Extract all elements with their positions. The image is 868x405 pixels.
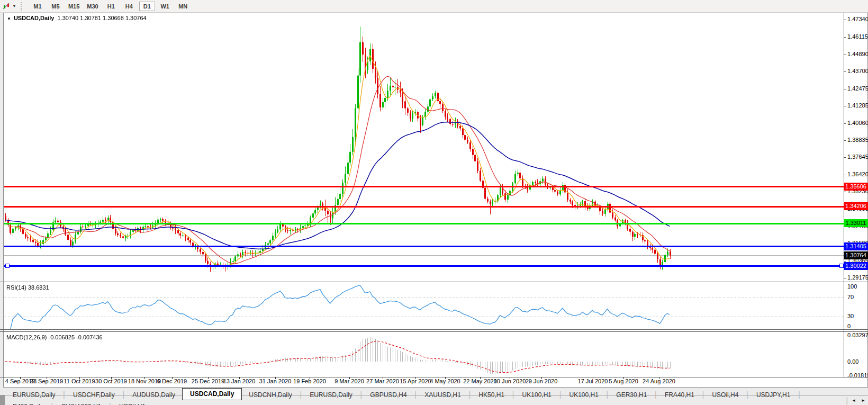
tab-separator: │ (299, 391, 303, 399)
rsi-indicator-label: RSI(14) 38.6831 (6, 284, 49, 291)
chart-tab-eurusd-daily[interactable]: EURUSD,Daily (303, 390, 359, 400)
chart-cursor-icon[interactable] (2, 2, 12, 11)
timeframe-button-m1[interactable]: M1 (30, 2, 46, 11)
date-axis-tick (445, 377, 446, 379)
date-axis-tick (20, 377, 21, 379)
rsi-panel-canvas[interactable] (0, 282, 844, 329)
price-axis-tick (844, 140, 846, 141)
chart-tab-usdcad-daily[interactable]: USDCAD,Daily (182, 388, 242, 400)
price-axis-label: 1.38835 (847, 137, 868, 143)
main-rsi-divider[interactable] (0, 282, 868, 282)
price-axis-label: 1.44890 (847, 51, 868, 57)
date-axis-tick (349, 377, 350, 379)
main-chart-canvas[interactable] (0, 13, 844, 282)
date-axis-tick (208, 377, 209, 379)
rsi-macd-divider[interactable] (0, 329, 868, 330)
macd-panel-canvas[interactable] (0, 332, 844, 377)
tab-separator: │ (797, 391, 801, 399)
macd-bottom-divider[interactable] (0, 377, 868, 377)
chart-symbol-label: USDCAD,Daily (14, 15, 54, 21)
timeframe-button-h4[interactable]: H4 (121, 2, 137, 11)
price-axis-line (844, 13, 844, 377)
price-axis-tick (844, 278, 846, 278)
price-axis-tick (844, 192, 846, 192)
line-drag-handle[interactable] (839, 264, 844, 268)
date-axis-tick (623, 377, 624, 379)
timeframe-button-m30[interactable]: M30 (84, 2, 101, 11)
chart-tab-uk100-h1[interactable]: UK100,H1 (562, 390, 605, 400)
date-axis-tick (239, 377, 240, 379)
level-price-tag: 1.30022 (844, 262, 868, 270)
toolbar-grip[interactable] (21, 2, 24, 11)
price-axis-label: 1.40060 (847, 120, 868, 126)
tab-scroll-right-icon[interactable]: ► (858, 398, 868, 403)
tab-separator: │ (50, 403, 55, 405)
tab-separator: │ (414, 391, 418, 399)
macd-scale-label: -0.018154 (847, 372, 868, 379)
chart-tab-fra40-h1[interactable]: FRA40,H1 (658, 390, 701, 400)
symbol-expand-icon[interactable]: ▼ (7, 16, 11, 21)
current-price-tag: 1.30764 (844, 251, 868, 259)
tab-separator: │ (468, 391, 472, 399)
macd-scale-label: 0.032972 (847, 332, 868, 338)
macd-indicator-label: MACD(12,26,9) -0.006825 -0.007436 (6, 334, 103, 340)
timeframe-toolbar: ▼ M1M5M15M30H1H4D1W1MN (0, 0, 868, 13)
level-price-tag: 1.34206 (844, 202, 868, 210)
rsi-macd-divider-line2 (0, 331, 868, 332)
price-axis-tick (844, 89, 846, 89)
date-axis-tick (659, 377, 659, 379)
date-axis-tick (480, 377, 481, 379)
chart-tab-usdjpy-h1[interactable]: USDJPY,H1 (749, 390, 797, 400)
tabbar-grip (0, 395, 5, 405)
rsi-scale-label: 0 (847, 323, 851, 329)
tab-separator: │ (511, 391, 516, 399)
chart-tab-usdcnh-daily[interactable]: USDCNH,Daily (242, 390, 299, 400)
price-axis-label: 1.42475 (847, 85, 868, 92)
tab-separator: │ (558, 391, 563, 399)
chart-tab-audusd-daily[interactable]: AUDUSD,Daily (125, 390, 182, 400)
chart-tab-eurusd-daily[interactable]: EURUSD,Daily (6, 390, 62, 400)
price-axis-tick (844, 71, 846, 72)
chart-title: ▼USDCAD,Daily 1.30740 1.30781 1.30668 1.… (7, 15, 147, 21)
chart-tab-gbpusd-h4[interactable]: GBPUSD,H4 (363, 390, 413, 400)
chart-tabs: EURUSD,Daily│USDCHF,Daily│AUDUSD,DailyUS… (6, 389, 845, 405)
chart-tab-hk50-h1[interactable]: HK50,H1 (472, 390, 511, 400)
timeframe-button-mn[interactable]: MN (175, 2, 191, 11)
timeframe-button-m5[interactable]: M5 (48, 2, 64, 11)
line-drag-handle[interactable] (5, 264, 10, 268)
tab-separator: │ (745, 391, 749, 399)
chart-tab-dj30-daily[interactable]: DJ30,Daily (6, 402, 50, 405)
price-axis-tick (844, 20, 846, 20)
timeframe-buttons: M1M5M15M30H1H4D1W1MN (29, 1, 192, 11)
tab-scroll-left-icon[interactable]: ◄ (849, 398, 858, 403)
toolbar-dropdown-icon[interactable]: ▼ (12, 4, 16, 8)
timeframe-button-w1[interactable]: W1 (157, 2, 173, 11)
tab-separator: │ (359, 391, 364, 399)
price-axis-label: 1.29175 (847, 274, 868, 281)
date-axis-tick (275, 377, 276, 379)
date-axis-tick (593, 377, 593, 379)
timeframe-button-d1[interactable]: D1 (139, 2, 155, 11)
tab-separator: │ (62, 391, 67, 399)
chart-tab-uk100-h1[interactable]: UK100,H1 (516, 390, 558, 400)
window-frame-bottom (3, 387, 868, 388)
timeframe-button-h1[interactable]: H1 (103, 2, 119, 11)
timeframe-button-m15[interactable]: M15 (66, 2, 82, 11)
chart-tab-usoil-h4[interactable]: USOil,H4 (705, 390, 745, 400)
price-axis-tick (844, 55, 846, 55)
chart-tab-ger30-h1[interactable]: GER30,H1 (609, 390, 654, 400)
level-price-tag: 1.35606 (844, 183, 868, 191)
date-axis-tick (310, 377, 310, 379)
price-axis-label: 1.43700 (847, 68, 868, 74)
chart-tab-china300-h1[interactable]: CHINA300,H1 (54, 402, 108, 405)
price-axis-tick (844, 157, 846, 158)
price-axis-label: 1.36420 (847, 171, 868, 177)
chart-ohlc-text: 1.30740 1.30781 1.30668 1.30764 (57, 15, 146, 21)
chart-tab-usoil-h1[interactable]: USOil,H1 (112, 402, 152, 405)
chart-tab-usdchf-daily[interactable]: USDCHF,Daily (66, 390, 122, 400)
date-axis-tick (415, 377, 416, 379)
price-axis-label: 1.46115 (847, 33, 868, 40)
date-axis-tick (510, 377, 510, 379)
rsi-scale-label: 100 (847, 283, 857, 290)
chart-tab-xauusd-h1[interactable]: XAUUSD,H1 (418, 390, 468, 400)
